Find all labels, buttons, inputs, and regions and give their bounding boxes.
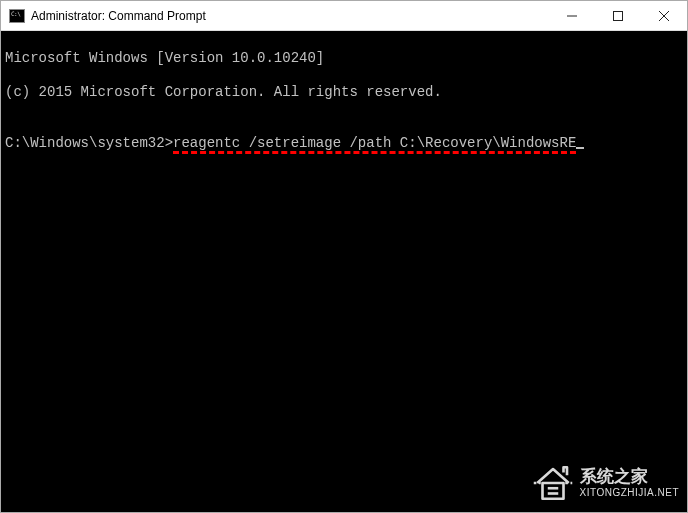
command-prompt-window: Administrator: Command Prompt Microsoft …: [0, 0, 688, 513]
watermark-url: XITONGZHIJIA.NET: [580, 487, 680, 498]
svg-rect-1: [614, 11, 623, 20]
entered-command: reagentc /setreimage /path C:\Recovery\W…: [173, 135, 576, 154]
terminal-line: (c) 2015 Microsoft Corporation. All righ…: [5, 84, 683, 101]
titlebar[interactable]: Administrator: Command Prompt: [1, 1, 687, 31]
window-controls: [549, 1, 687, 30]
close-button[interactable]: [641, 1, 687, 30]
close-icon: [659, 11, 669, 21]
minimize-icon: [567, 11, 577, 21]
svg-rect-4: [542, 483, 563, 499]
watermark-name: 系统之家: [580, 468, 680, 487]
watermark-text: 系统之家 XITONGZHIJIA.NET: [580, 468, 680, 498]
terminal-area[interactable]: Microsoft Windows [Version 10.0.10240] (…: [1, 31, 687, 512]
window-title: Administrator: Command Prompt: [31, 9, 549, 23]
prompt-path: C:\Windows\system32>: [5, 135, 173, 151]
minimize-button[interactable]: [549, 1, 595, 30]
house-icon: [532, 462, 574, 504]
maximize-icon: [613, 11, 623, 21]
terminal-prompt-line: C:\Windows\system32>reagentc /setreimage…: [5, 135, 584, 151]
terminal-line: Microsoft Windows [Version 10.0.10240]: [5, 50, 683, 67]
watermark: 系统之家 XITONGZHIJIA.NET: [532, 462, 680, 504]
cmd-icon: [9, 9, 25, 23]
maximize-button[interactable]: [595, 1, 641, 30]
text-cursor: [576, 147, 584, 149]
